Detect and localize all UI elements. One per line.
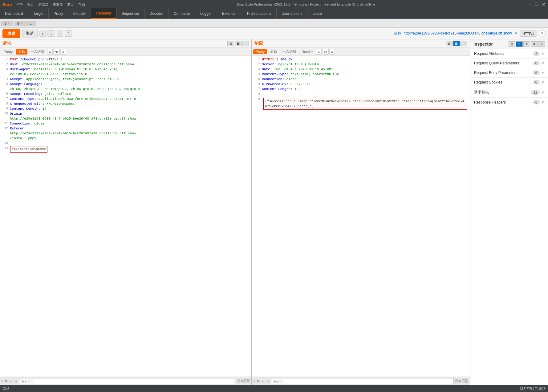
inspector-section-response-headers[interactable]: Response Headers 6 ∨ xyxy=(470,98,548,107)
menu-repeater[interactable]: 重发器 xyxy=(53,2,63,7)
tab-learn[interactable]: Learn xyxy=(307,8,327,19)
request-view-vertical[interactable]: ⬜ xyxy=(242,41,249,46)
response-tab-wrap[interactable]: ≡ xyxy=(329,49,335,55)
inspector-count-request-attrs: 2 xyxy=(533,51,540,56)
menu-burp[interactable]: Burp xyxy=(15,2,22,7)
inspector-section-body-params[interactable]: Request Body Parameters 5 ∨ xyxy=(470,68,548,78)
request-search-input[interactable] xyxy=(19,378,236,384)
response-tab-newline[interactable]: \n xyxy=(322,49,329,55)
tab-intruder[interactable]: Intruder xyxy=(68,8,91,19)
request-view-horizontal[interactable]: ☰ xyxy=(235,41,242,46)
titlebar-menu: Burp 项目 测试器 重发器 窗口 帮助 xyxy=(15,2,85,7)
response-editor-tabs: Pretty 原始 十六进制 Render ≡ \n ≡ xyxy=(252,48,470,56)
tab-proxy[interactable]: Proxy xyxy=(49,8,68,19)
response-tab-filter[interactable]: ≡ xyxy=(316,49,321,55)
subtab-8-close[interactable]: × xyxy=(20,22,22,25)
nav-down-button[interactable]: ⌄ xyxy=(47,30,55,37)
response-tab-raw[interactable]: 原始 xyxy=(268,49,279,55)
code-line: 10 Origin: xyxy=(0,111,251,116)
tab-user-options[interactable]: User options xyxy=(277,8,307,19)
response-flag-highlight: {"success":true,"msg":"\u6570\u636e\u5e9… xyxy=(263,98,467,110)
response-view-horizontal[interactable]: ☰ xyxy=(453,41,460,46)
inspector-view-1[interactable]: ⊞ xyxy=(509,41,515,47)
request-panel-header: 请求 ⊞ ☰ ⬜ xyxy=(0,39,251,48)
tab-target[interactable]: Target xyxy=(28,8,49,19)
target-url-value: http://e29e3193-0980-434f-b915-bee26f60f… xyxy=(404,31,512,35)
request-tab-newline[interactable]: \n xyxy=(53,49,60,55)
response-tab-pretty[interactable]: Pretty xyxy=(253,49,267,54)
close-btn[interactable]: ✕ xyxy=(542,2,546,7)
minimize-btn[interactable]: — xyxy=(527,2,532,7)
code-line: 6 X-Powered-By: PHP/7.3.11 xyxy=(252,82,470,87)
inspector-label-response-headers: Response Headers xyxy=(474,100,506,104)
menu-project[interactable]: 项目 xyxy=(27,2,34,7)
request-tab-filter[interactable]: ≡ xyxy=(47,49,53,55)
menu-window[interactable]: 窗口 xyxy=(67,2,74,7)
titlebar-left: Burp Burp 项目 测试器 重发器 窗口 帮助 xyxy=(2,2,85,7)
nav-up-button[interactable]: ⌃ xyxy=(65,30,72,37)
inspector-close-btn[interactable]: ✕ xyxy=(538,41,545,47)
response-view-vertical[interactable]: ⬜ xyxy=(461,41,467,46)
inspector-view-3[interactable]: ⇵ xyxy=(531,41,538,47)
request-tab-hex[interactable]: 十六进制 xyxy=(28,49,47,55)
response-help-icon[interactable]: ? xyxy=(253,379,255,383)
request-search-forward[interactable]: → xyxy=(14,379,18,383)
tab-sequencer[interactable]: Sequencer xyxy=(117,8,145,19)
menu-help[interactable]: 帮助 xyxy=(78,2,85,7)
request-code-area[interactable]: 1 POST /checkdb.php HTTP/1.1 2 Host: e29… xyxy=(0,56,251,377)
code-line: 5 Accept-Language: xyxy=(0,82,251,87)
subtab-6[interactable]: 6 × xyxy=(1,21,13,26)
request-tab-raw[interactable]: 原始 xyxy=(16,49,27,55)
nav-forward-button[interactable]: › xyxy=(57,31,63,37)
edit-url-icon[interactable]: ✏ xyxy=(515,31,518,35)
tab-project-options[interactable]: Project options xyxy=(242,8,277,19)
inspector-view-2[interactable]: ☰ xyxy=(516,41,523,47)
titlebar: Burp Burp 项目 测试器 重发器 窗口 帮助 Burp Suite Pr… xyxy=(0,0,548,9)
send-button[interactable]: 发送 xyxy=(2,29,20,38)
response-settings-icon[interactable]: ⚙ xyxy=(257,379,260,383)
inspector-title: Inspector xyxy=(473,42,493,47)
response-view-buttons: ⊞ ☰ ⬜ xyxy=(446,41,467,46)
tab-repeater[interactable]: Repeater xyxy=(91,8,116,19)
inspector-view-sort[interactable]: ⇅ xyxy=(523,41,530,47)
subtab-8[interactable]: 8 × xyxy=(14,21,26,26)
tab-comparer[interactable]: Comparer xyxy=(169,8,195,19)
request-settings-icon[interactable]: ⚙ xyxy=(5,379,8,383)
tab-extender[interactable]: Extender xyxy=(217,8,242,19)
response-search-back[interactable]: ← xyxy=(261,379,265,383)
request-tab-pretty[interactable]: Pretty xyxy=(1,49,15,54)
inspector-view-buttons: ⊞ ☰ ⇅ ⇵ ✕ xyxy=(509,41,545,47)
inspector-label-cookies: Request Cookies xyxy=(474,80,502,84)
response-search-forward[interactable]: → xyxy=(266,379,270,383)
tab-dashboard[interactable]: Dashboard xyxy=(0,8,28,19)
subtab-more[interactable]: ... xyxy=(26,21,36,26)
tab-decoder[interactable]: Decoder xyxy=(145,8,169,19)
response-tab-render[interactable]: Render xyxy=(299,49,315,54)
http-version-selector[interactable]: HTTP/1 xyxy=(520,31,537,37)
response-search-input[interactable] xyxy=(271,378,454,384)
repeater-subtabs: 6 × 8 × ... xyxy=(0,19,548,28)
request-help-icon[interactable]: ? xyxy=(1,379,3,383)
maximize-btn[interactable]: ☐ xyxy=(535,2,539,7)
inspector-section-request-attrs[interactable]: Request Attributes 2 ∨ xyxy=(470,49,548,59)
response-tab-hex[interactable]: 十六进制 xyxy=(280,49,298,55)
request-view-split[interactable]: ⊞ xyxy=(227,41,234,46)
request-search-back[interactable]: ← xyxy=(9,379,13,383)
window-controls[interactable]: — ☐ ✕ xyxy=(527,2,546,7)
subtab-6-close[interactable]: × xyxy=(8,22,10,25)
toolbar-help-button[interactable]: ? xyxy=(539,30,546,37)
inspector-section-cookies[interactable]: Request Cookies 0 ∨ xyxy=(470,78,548,87)
nav-back-button[interactable]: ‹ xyxy=(39,31,46,37)
code-line: http://e29e3193-0980-434f-b915-bee26f60f… xyxy=(0,131,251,136)
request-panel: 请求 ⊞ ☰ ⬜ Pretty 原始 十六进制 ≡ \n ≡ 1 POST /c… xyxy=(0,39,252,385)
response-bottom-right: ? ⚙ ← → 没有匹配 xyxy=(253,378,469,384)
response-code-area[interactable]: 1 HTTP/1.1 200 OK 2 Server: nginx/1.18.0… xyxy=(252,56,470,377)
inspector-section-query-params[interactable]: Request Query Parameters 0 ∨ xyxy=(470,59,548,68)
request-tab-wrap[interactable]: ≡ xyxy=(60,49,66,55)
response-title: 响应 xyxy=(254,41,263,46)
response-view-split[interactable]: ⊞ xyxy=(446,41,453,46)
cancel-button[interactable]: 取消 xyxy=(22,29,38,38)
menu-tester[interactable]: 测试器 xyxy=(38,2,48,7)
tab-logger[interactable]: Logger xyxy=(195,8,217,19)
inspector-section-request-headers[interactable]: 请求标头 11 ∨ xyxy=(470,87,548,98)
